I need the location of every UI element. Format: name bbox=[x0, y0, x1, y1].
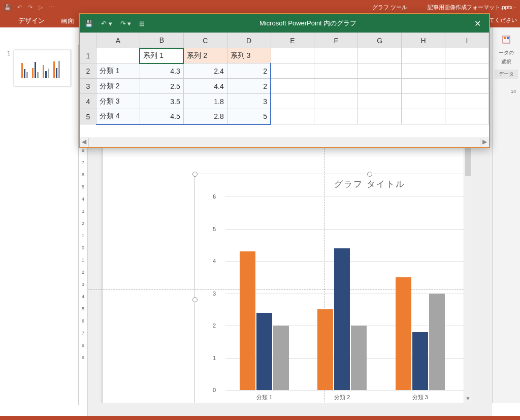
cell[interactable] bbox=[271, 48, 314, 63]
cell[interactable] bbox=[358, 63, 402, 79]
scroll-down-icon[interactable]: ▼ bbox=[464, 395, 472, 403]
row-header[interactable]: 2 bbox=[80, 63, 96, 79]
resize-handle[interactable] bbox=[192, 297, 198, 302]
cell[interactable] bbox=[445, 48, 489, 63]
chart-datasheet-window[interactable]: 💾 ↶ ▾ ↷ ▾ ⊞ Microsoft PowerPoint 内のグラフ ✕… bbox=[79, 13, 490, 148]
col-header[interactable]: H bbox=[402, 33, 445, 48]
cell[interactable] bbox=[358, 109, 402, 124]
cell[interactable]: 4.3 bbox=[140, 63, 183, 79]
bar[interactable] bbox=[334, 248, 350, 390]
col-header[interactable]: F bbox=[314, 33, 358, 48]
cell[interactable] bbox=[445, 79, 489, 94]
cell[interactable]: 分類 2 bbox=[96, 79, 140, 94]
cell[interactable]: 分類 3 bbox=[96, 94, 140, 109]
cell[interactable]: 2 bbox=[227, 79, 271, 94]
col-header[interactable]: E bbox=[271, 33, 314, 48]
cell[interactable] bbox=[314, 63, 358, 79]
ds-save-icon[interactable]: 💾 bbox=[85, 20, 93, 27]
bar[interactable] bbox=[396, 277, 411, 390]
scroll-right-icon[interactable]: ▶ bbox=[480, 138, 489, 147]
row-header[interactable]: 4 bbox=[80, 94, 96, 109]
cell[interactable]: 3.5 bbox=[140, 94, 183, 109]
cell[interactable]: 分類 4 bbox=[96, 109, 140, 124]
datasheet-grid[interactable]: ABCDEFGHI1系列 1系列 2系列 32分類 14.32.423分類 22… bbox=[80, 33, 489, 138]
scroll-track[interactable] bbox=[89, 138, 480, 147]
cell[interactable] bbox=[445, 109, 489, 124]
save-icon[interactable]: 💾 bbox=[4, 4, 11, 11]
bar[interactable] bbox=[351, 326, 367, 390]
cell[interactable]: 2.5 bbox=[140, 79, 183, 94]
cell[interactable]: 2 bbox=[227, 63, 271, 79]
row-header[interactable]: 3 bbox=[80, 79, 96, 94]
bar[interactable] bbox=[412, 332, 428, 390]
select-all-cell[interactable] bbox=[80, 33, 96, 48]
ds-redo-icon[interactable]: ↷ ▾ bbox=[120, 20, 132, 27]
cell[interactable] bbox=[314, 109, 358, 124]
undo-icon[interactable]: ↶ bbox=[17, 4, 22, 11]
cell[interactable]: 系列 2 bbox=[183, 48, 227, 63]
row-header[interactable]: 1 bbox=[80, 48, 96, 63]
ds-excel-icon[interactable]: ⊞ bbox=[139, 20, 145, 27]
cell[interactable]: 系列 3 bbox=[227, 48, 271, 63]
cell[interactable] bbox=[314, 48, 358, 63]
cell[interactable] bbox=[358, 79, 402, 94]
cell[interactable] bbox=[402, 109, 445, 124]
col-header[interactable]: D bbox=[227, 33, 271, 48]
bar[interactable] bbox=[317, 309, 333, 390]
col-header[interactable]: G bbox=[358, 33, 402, 48]
cell[interactable] bbox=[402, 48, 445, 63]
datasheet-titlebar[interactable]: 💾 ↶ ▾ ↷ ▾ ⊞ Microsoft PowerPoint 内のグラフ ✕ bbox=[80, 14, 489, 33]
cell[interactable]: 3 bbox=[227, 94, 271, 109]
more-icon[interactable]: ⋯ bbox=[49, 4, 54, 11]
close-icon[interactable]: ✕ bbox=[471, 19, 484, 28]
cell[interactable]: 4.5 bbox=[140, 109, 183, 124]
edit-data-icon[interactable] bbox=[518, 30, 520, 48]
cell[interactable]: 2.4 bbox=[183, 63, 227, 79]
cell[interactable]: 分類 1 bbox=[96, 63, 140, 79]
slide-thumbnail[interactable] bbox=[14, 50, 71, 86]
start-icon[interactable]: ▷ bbox=[39, 4, 43, 11]
vertical-scrollbar[interactable]: ▲ ▼ bbox=[464, 125, 472, 403]
cell[interactable]: 4.4 bbox=[183, 79, 227, 94]
cell[interactable] bbox=[402, 79, 445, 94]
resize-handle[interactable] bbox=[192, 172, 198, 177]
row-header[interactable]: 5 bbox=[80, 109, 96, 124]
cell[interactable]: 1.8 bbox=[183, 94, 227, 109]
bar-group[interactable] bbox=[303, 197, 381, 390]
cell[interactable] bbox=[402, 63, 445, 79]
col-header[interactable]: I bbox=[445, 33, 489, 48]
col-header[interactable]: B bbox=[140, 33, 183, 48]
resize-handle[interactable] bbox=[367, 172, 372, 177]
cell[interactable]: 5 bbox=[227, 109, 271, 124]
chart-object[interactable]: グラフ タイトル 0123456 分類 1分類 2分類 3分類 4 系列 1系列… bbox=[194, 174, 464, 403]
cell[interactable] bbox=[271, 63, 314, 79]
cell[interactable] bbox=[445, 63, 489, 79]
chart-title[interactable]: グラフ タイトル bbox=[195, 174, 464, 190]
cell[interactable] bbox=[271, 79, 314, 94]
spreadsheet-table[interactable]: ABCDEFGHI1系列 1系列 2系列 32分類 14.32.423分類 22… bbox=[80, 33, 489, 125]
slide[interactable]: グラフ タイトル 0123456 分類 1分類 2分類 3分類 4 系列 1系列… bbox=[103, 146, 464, 403]
tab-design[interactable]: デザイン bbox=[15, 14, 48, 27]
select-data-icon[interactable] bbox=[495, 30, 518, 48]
cell[interactable] bbox=[271, 94, 314, 109]
bar-group[interactable] bbox=[381, 197, 459, 390]
cell[interactable] bbox=[271, 109, 314, 124]
cell[interactable]: 2.8 bbox=[183, 109, 227, 124]
col-header[interactable]: C bbox=[183, 33, 227, 48]
bar[interactable] bbox=[429, 294, 445, 391]
bar[interactable] bbox=[240, 251, 255, 390]
cell[interactable] bbox=[314, 79, 358, 94]
col-header[interactable]: A bbox=[96, 33, 140, 48]
chart-plot-area[interactable]: 0123456 bbox=[213, 197, 464, 390]
cell[interactable]: 系列 1 bbox=[140, 48, 183, 63]
cell[interactable] bbox=[358, 94, 402, 109]
ds-undo-icon[interactable]: ↶ ▾ bbox=[101, 20, 112, 27]
scroll-left-icon[interactable]: ◀ bbox=[80, 138, 89, 147]
bar-group[interactable] bbox=[225, 197, 303, 390]
cell[interactable] bbox=[445, 94, 489, 109]
redo-icon[interactable]: ↷ bbox=[28, 4, 32, 11]
cell[interactable] bbox=[314, 94, 358, 109]
tab-view[interactable]: 画面 bbox=[58, 14, 77, 27]
cell[interactable] bbox=[358, 48, 402, 63]
bar[interactable] bbox=[273, 326, 289, 390]
